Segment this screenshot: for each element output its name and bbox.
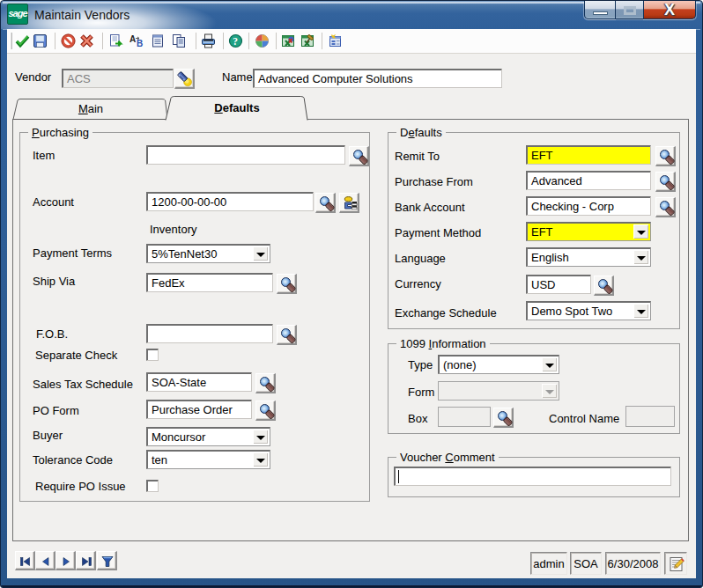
svg-text:B: B: [137, 39, 143, 48]
svg-text:A: A: [130, 34, 136, 44]
svg-text:?: ?: [233, 36, 238, 47]
